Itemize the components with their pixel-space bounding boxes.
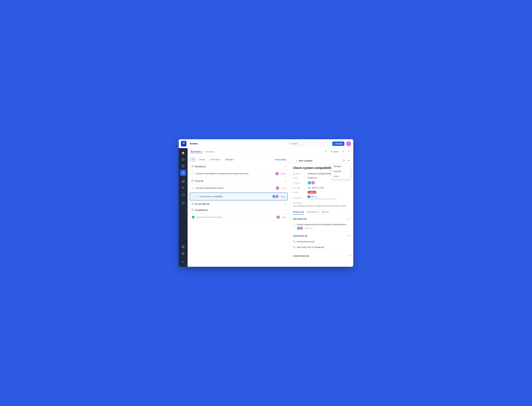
section-todo[interactable]: To Do (2) ▾ <box>190 178 288 184</box>
sidebar-item-analytics[interactable] <box>180 178 186 184</box>
tab-tags[interactable]: Tags (9) <box>322 210 329 215</box>
sidebar: 🏠 <box>179 148 187 267</box>
sidebar-item-home[interactable]: 🏠 <box>180 150 186 156</box>
download-icon[interactable] <box>347 150 351 154</box>
sidebar-item-folders[interactable] <box>180 191 186 198</box>
star-task-icon: ★ <box>196 195 198 198</box>
dropdown-menu: Delegate Copy link Delete <box>331 164 351 179</box>
section-completed[interactable]: Completed (1) ▾ <box>190 207 288 213</box>
sync-text: Last synced July 27, 2023 at 12:30 PM <box>308 198 336 200</box>
tab-comments[interactable]: Comments (4) <box>307 210 319 215</box>
no-due-chevron-icon: ▾ <box>285 203 286 205</box>
sub-action-header-label: Sub-action (2) <box>293 218 307 220</box>
sub-action-checkbox[interactable] <box>293 224 295 226</box>
svg-point-0 <box>288 143 290 144</box>
calendar-icon-3 <box>191 203 194 205</box>
task-row[interactable]: Research TeleHealthPro and MedConnect fe… <box>190 170 288 177</box>
filter-all[interactable]: All <box>190 158 196 162</box>
sub-action-header: Sub-action (2) + ▾ <box>293 218 351 220</box>
filter-delegated[interactable]: Delegated <box>223 158 235 162</box>
linked-header-label: Linked items (8) <box>293 255 309 257</box>
task-checkbox[interactable] <box>192 172 194 175</box>
sub-action-expand[interactable]: + ▾ <box>347 218 351 220</box>
create-button[interactable]: + Create <box>332 141 345 146</box>
tab-my-actions[interactable]: My Actions ▾ <box>190 150 203 153</box>
task-row-completed[interactable]: Prepare for next week meeting 3 Apr <box>190 213 288 221</box>
mark-complete-label: Mark complete <box>299 160 312 162</box>
linked-chevron-icon: ▾ <box>349 254 351 257</box>
attachment-item-1[interactable]: 📎 Meeting Minutes.pdf <box>293 239 351 244</box>
mark-complete-button[interactable]: Mark complete <box>293 158 315 163</box>
task-text-compat: Check system compatibility <box>199 195 271 198</box>
svg-rect-4 <box>183 181 183 182</box>
sidebar-item-help[interactable]: ? <box>180 259 186 265</box>
task-checkbox-timeline[interactable] <box>192 187 194 189</box>
sidebar-item-settings[interactable] <box>180 251 186 257</box>
filter-sub-actions[interactable]: Sub Actions <box>208 158 222 162</box>
sub-action-avatars <box>297 226 303 230</box>
priority-badge: Urgent <box>308 191 316 194</box>
task-row-compat[interactable]: ★ Check system compatibility 19 Apr <box>190 193 288 200</box>
create-button-label: + Create <box>334 143 342 145</box>
left-panel: All Actions Sub Actions Delegated + New <box>187 155 290 267</box>
action-top-bar: Mark complete <box>293 158 351 163</box>
sidebar-item-projects[interactable] <box>180 156 186 163</box>
integration-link[interactable]: MP-15 <box>308 196 317 198</box>
sidebar-item-actions[interactable] <box>180 170 186 176</box>
meeting-value: Healthcare Strategy Meeting <box>308 173 332 175</box>
calendar-icon <box>191 165 194 168</box>
star-icon[interactable] <box>324 150 328 154</box>
chevron-icon[interactable]: ▾ <box>350 218 351 220</box>
task-text-completed: Prepare for next week meeting <box>196 216 275 218</box>
svg-point-17 <box>342 151 343 152</box>
search-icon <box>288 142 290 145</box>
tab-all-actions[interactable]: All Actions <box>205 151 215 153</box>
sidebar-item-clock[interactable] <box>180 200 186 206</box>
filter-list-icon[interactable] <box>342 150 345 154</box>
section-overdue[interactable]: Overdue (1) ▾ <box>190 164 288 169</box>
svg-point-16 <box>342 151 343 151</box>
search-input[interactable] <box>292 143 329 145</box>
task-date-3apr: 3 Apr <box>281 216 286 218</box>
svg-rect-10 <box>183 247 184 248</box>
chevron-icon-attach[interactable]: ▾ <box>350 234 351 237</box>
plus-icon-attach[interactable]: + <box>347 234 348 237</box>
section-todo-label: To Do (2) <box>195 180 203 182</box>
sidebar-item-filter[interactable] <box>180 185 186 191</box>
task-checkbox-compat[interactable] <box>192 195 194 198</box>
sidebar-item-calendar[interactable] <box>180 163 186 169</box>
task-row-timeline[interactable]: Develop implementation timeline. Today <box>190 184 288 192</box>
right-panel: Mark complete <box>290 155 353 267</box>
new-action-label: + New action <box>274 159 286 161</box>
due-date-value: Tue, April 19, 2022 <box>308 187 324 189</box>
dropdown-copy-link[interactable]: Copy link <box>331 169 350 174</box>
linked-section-header[interactable]: Linked items (8) ▾ <box>293 253 351 259</box>
task-text-timeline: Develop implementation timeline. <box>196 187 274 189</box>
plus-icon[interactable]: + <box>347 218 348 220</box>
dropdown-delegate[interactable]: Delegate <box>331 164 350 169</box>
assignee-avatar-1 <box>308 181 311 185</box>
task-date-today: Today <box>281 187 286 189</box>
svg-marker-24 <box>343 159 345 161</box>
dropdown-delete[interactable]: Delete <box>331 174 350 179</box>
more-options-icon[interactable] <box>347 159 351 163</box>
app-logo[interactable] <box>181 141 187 146</box>
tab-related[interactable]: Related (12) <box>293 210 304 215</box>
section-no-due[interactable]: No Due Date (0) ▾ <box>190 201 288 207</box>
search-area[interactable] <box>286 141 331 146</box>
detail-star-icon[interactable] <box>342 159 345 163</box>
integration-link-text: MP-15 <box>311 196 317 198</box>
filter-actions[interactable]: Actions <box>197 158 207 162</box>
attachment-expand[interactable]: + ▾ <box>347 234 351 237</box>
sidebar-item-grid[interactable] <box>180 244 186 250</box>
user-avatar[interactable] <box>346 141 351 146</box>
attachment-name-1: Meeting Minutes.pdf <box>297 240 314 243</box>
logo-icon <box>182 142 185 146</box>
attachment-item-2[interactable]: 📎 Work Action Plan & Strategy.pdf <box>293 244 351 250</box>
new-action-button[interactable]: + New action <box>273 158 288 162</box>
svg-rect-22 <box>192 203 194 205</box>
svg-rect-21 <box>192 180 194 182</box>
action-icons-right: Delegate Copy link Delete <box>342 159 351 163</box>
sort-button[interactable]: Sort ▾ <box>330 150 340 153</box>
task-checkbox-completed[interactable] <box>192 216 194 218</box>
